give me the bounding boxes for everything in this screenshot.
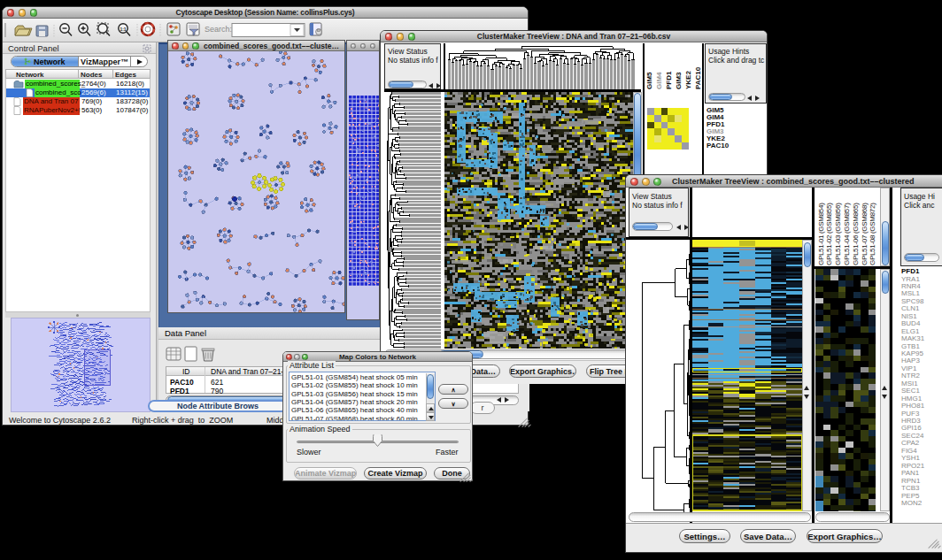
svg-text:GPL51-08 (GSM872): GPL51-08 (GSM872) <box>869 203 876 265</box>
svg-text:PAC10: PAC10 <box>694 66 702 89</box>
svg-text:GPL51-04 (GSM857): GPL51-04 (GSM857) <box>843 203 851 265</box>
svg-text:GPL51-03 (GSM856): GPL51-03 (GSM856) <box>834 203 842 265</box>
svg-text:1:1: 1:1 <box>120 27 126 32</box>
svg-text:GPL51-02 (GSM855): GPL51-02 (GSM855) <box>825 203 833 265</box>
svg-text:PFD1: PFD1 <box>665 71 673 89</box>
svg-text:GIM5: GIM5 <box>645 72 653 89</box>
svg-text:YKE2: YKE2 <box>684 71 692 89</box>
svg-text:GPL51-01 (GSM854): GPL51-01 (GSM854) <box>817 203 825 265</box>
svg-text:GIM4: GIM4 <box>655 72 663 89</box>
svg-text:GPL51-06 (GSM865): GPL51-06 (GSM865) <box>852 203 860 265</box>
svg-text:GPL51-07 (GSM868): GPL51-07 (GSM868) <box>861 203 869 265</box>
svg-text:GIM3: GIM3 <box>675 72 683 89</box>
svg-text:Search:: Search: <box>205 25 232 34</box>
